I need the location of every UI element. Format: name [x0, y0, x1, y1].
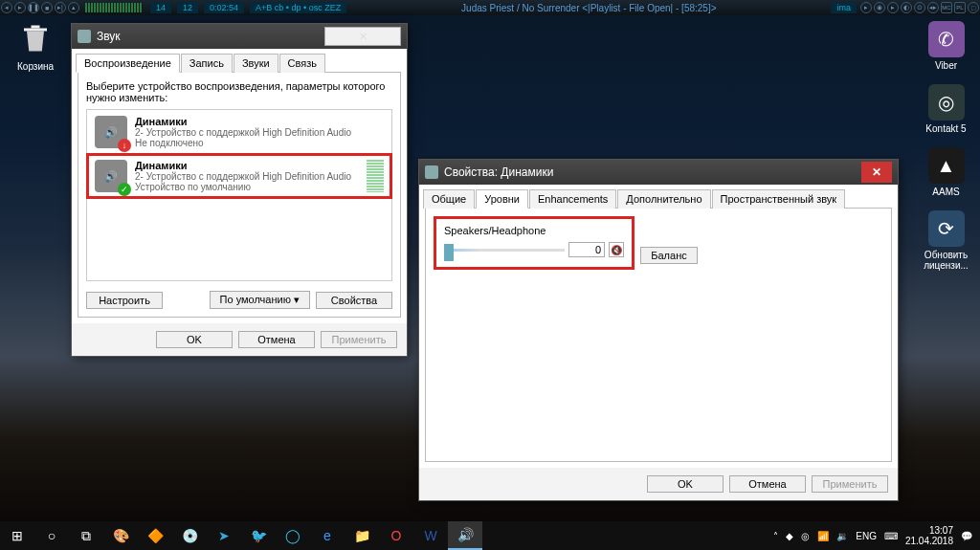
- set-default-button[interactable]: По умолчанию ▾: [210, 291, 310, 309]
- properties-titlebar[interactable]: Свойства: Динамики ✕: [419, 160, 898, 185]
- desktop-icon[interactable]: ✆Viber: [920, 21, 972, 71]
- tray-app-icon[interactable]: ◆: [786, 531, 793, 541]
- now-playing: Judas Priest / No Surrender <|Playlist -…: [349, 3, 828, 13]
- app-icon: ✆: [928, 21, 965, 57]
- sound-pane: Выберите устройство воспроизведения, пар…: [78, 72, 401, 318]
- taskview-button[interactable]: ⧉: [69, 521, 103, 550]
- tab-уровни[interactable]: Уровни: [476, 189, 528, 209]
- tray-keyboard-icon[interactable]: ⌨: [884, 531, 898, 541]
- tab-связь[interactable]: Связь: [279, 54, 325, 73]
- search-button[interactable]: ○: [34, 521, 69, 550]
- player-open-icon[interactable]: ▴: [68, 2, 79, 13]
- player-next-icon[interactable]: ▸|: [55, 2, 66, 13]
- start-button[interactable]: ⊞: [0, 521, 34, 550]
- mute-icon[interactable]: 🔇: [609, 242, 624, 257]
- chevron-down-icon: ▾: [294, 294, 300, 305]
- equalizer-icon: [85, 3, 143, 12]
- tab-дополнительно[interactable]: Дополнительно: [617, 189, 710, 209]
- cancel-button[interactable]: Отмена: [238, 331, 315, 348]
- app-sound-icon[interactable]: 🔊: [448, 521, 482, 550]
- desktop-icon[interactable]: ◎Kontakt 5: [920, 84, 972, 134]
- desktop-icons: ✆Viber◎Kontakt 5▲AAMS⟳Обновить лицензи..…: [920, 21, 972, 284]
- close-icon[interactable]: ✕: [324, 27, 401, 46]
- tray-clock[interactable]: 13:07 21.04.2018: [905, 525, 953, 546]
- system-tray: ˄ ◆ ◎ 📶 🔉 ENG ⌨ 13:07 21.04.2018 💬: [773, 525, 980, 546]
- track-sub: 12: [177, 2, 198, 13]
- app-opera-icon[interactable]: O: [379, 521, 413, 550]
- notifications-icon[interactable]: 💬: [961, 531, 972, 541]
- app-mozilla-icon[interactable]: 🐦: [241, 521, 276, 550]
- properties-footer: OK Отмена Применить: [419, 468, 898, 500]
- app-disc-icon[interactable]: 💿: [172, 521, 207, 550]
- balance-button[interactable]: Баланс: [640, 247, 698, 264]
- player-ctl-9-icon[interactable]: □: [968, 2, 979, 13]
- tab-воспроизведение[interactable]: Воспроизведение: [76, 54, 180, 73]
- player-ctl-2-icon[interactable]: ◉: [874, 2, 885, 13]
- app-word-icon[interactable]: W: [413, 521, 448, 550]
- speaker-icon: 🔊↓: [95, 116, 127, 148]
- device-info: Динамики2- Устройство с поддержкой High …: [135, 116, 351, 148]
- device-item[interactable]: 🔊✓ Динамики2- Устройство с поддержкой Hi…: [87, 154, 391, 198]
- slider-thumb-icon[interactable]: [444, 244, 454, 261]
- app-explorer-icon[interactable]: 📁: [345, 521, 379, 550]
- tray-volume-icon[interactable]: 🔉: [836, 531, 848, 541]
- tab-общие[interactable]: Общие: [423, 189, 475, 209]
- tray-lang[interactable]: ENG: [856, 531, 877, 541]
- desktop-icon[interactable]: ⟳Обновить лицензи...: [920, 210, 972, 271]
- tray-network-icon[interactable]: 📶: [817, 531, 829, 541]
- player-ctl-6-icon[interactable]: ◂▸: [927, 2, 939, 13]
- player-play-icon[interactable]: ▸: [14, 2, 26, 13]
- app-vlc-icon[interactable]: 🔶: [138, 521, 172, 550]
- cancel-button[interactable]: Отмена: [729, 475, 806, 493]
- apply-button: Применить: [812, 475, 888, 493]
- player-ctl-3-icon[interactable]: ▸: [887, 2, 899, 13]
- player-ctl-8-icon[interactable]: PL: [954, 2, 966, 13]
- ok-button[interactable]: OK: [156, 331, 233, 348]
- sound-titlebar[interactable]: Звук ✕: [72, 24, 407, 49]
- apply-button: Применить: [321, 331, 397, 348]
- device-info: Динамики2- Устройство с поддержкой High …: [135, 160, 351, 192]
- device-list[interactable]: 🔊↓ Динамики2- Устройство с поддержкой Hi…: [86, 109, 392, 281]
- status-badge-icon: ↓: [118, 139, 131, 152]
- recycle-bin[interactable]: Корзина: [17, 21, 54, 57]
- sound-tabs: ВоспроизведениеЗаписьЗвукиСвязь: [72, 49, 407, 72]
- app-circle-icon[interactable]: ◯: [276, 521, 310, 550]
- sound-icon: [78, 30, 91, 43]
- tab-пространственный-звук[interactable]: Пространственный звук: [712, 189, 846, 209]
- tab-запись[interactable]: Запись: [181, 54, 233, 73]
- volume-value[interactable]: 0: [568, 242, 605, 257]
- volume-slider[interactable]: [444, 244, 565, 255]
- desktop-icon-label: AAMS: [920, 187, 972, 197]
- desktop-icon[interactable]: ▲AAMS: [920, 147, 972, 197]
- app-arrow-icon[interactable]: ➤: [207, 521, 241, 550]
- track-time: 0:02:54: [204, 2, 244, 13]
- player-prev-icon[interactable]: ◂: [1, 2, 12, 13]
- player-pause-icon[interactable]: ❚❚: [28, 2, 39, 13]
- track-wma: ima: [831, 2, 857, 13]
- close-icon[interactable]: ✕: [861, 162, 892, 183]
- tray-up-icon[interactable]: ˄: [773, 531, 778, 541]
- status-badge-icon: ✓: [118, 183, 131, 196]
- tray-app2-icon[interactable]: ◎: [801, 531, 810, 541]
- player-ctl-4-icon[interactable]: ◐: [901, 2, 912, 13]
- configure-button[interactable]: Настроить: [86, 292, 163, 309]
- app-icon: ◎: [928, 84, 965, 121]
- app-edge-icon[interactable]: e: [310, 521, 345, 550]
- tab-звуки[interactable]: Звуки: [234, 54, 278, 73]
- highlighted-level-group: Speakers/Headphone 0 🔇: [434, 216, 635, 270]
- properties-window: Свойства: Динамики ✕ ОбщиеУровниEnhancem…: [418, 159, 899, 501]
- player-ctl-1-icon[interactable]: ▸: [860, 2, 872, 13]
- player-ctl-7-icon[interactable]: MC: [941, 2, 952, 13]
- sound-footer: OK Отмена Применить: [72, 323, 407, 356]
- properties-button[interactable]: Свойства: [316, 292, 392, 309]
- app-icon: ⟳: [928, 210, 965, 247]
- sound-window: Звук ✕ ВоспроизведениеЗаписьЗвукиСвязь В…: [71, 23, 408, 357]
- tab-enhancements[interactable]: Enhancements: [529, 189, 616, 209]
- player-stop-icon[interactable]: ■: [41, 2, 53, 13]
- player-ctl-5-icon[interactable]: ⊙: [914, 2, 925, 13]
- app-paint-icon[interactable]: 🎨: [103, 521, 138, 550]
- app-icon: ▲: [928, 147, 965, 184]
- ok-button[interactable]: OK: [647, 475, 724, 493]
- device-item[interactable]: 🔊↓ Динамики2- Устройство с поддержкой Hi…: [87, 110, 391, 154]
- properties-title: Свойства: Динамики: [444, 165, 553, 179]
